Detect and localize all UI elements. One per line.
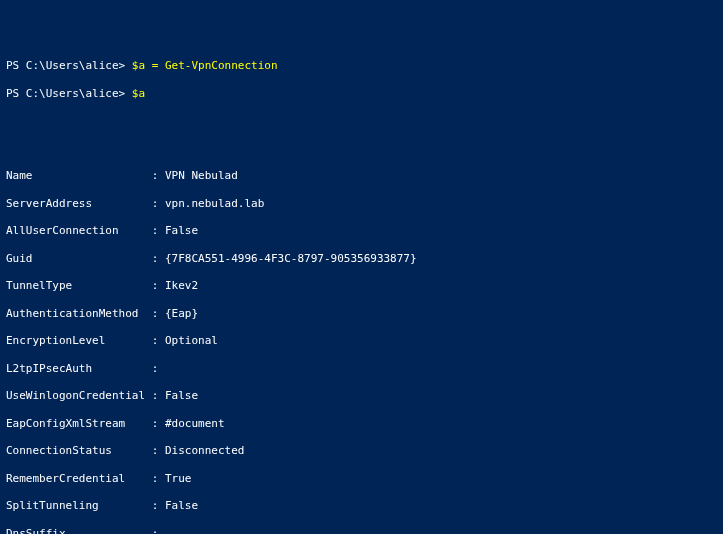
property-value: False bbox=[165, 499, 198, 512]
property-row: ConnectionStatus : Disconnected bbox=[6, 444, 717, 458]
property-key: SplitTunneling : bbox=[6, 499, 165, 512]
blank-line bbox=[6, 142, 717, 156]
property-key: Name : bbox=[6, 169, 165, 182]
property-row: RememberCredential : True bbox=[6, 472, 717, 486]
command-text: $a = Get-VpnConnection bbox=[132, 59, 278, 72]
property-key: ConnectionStatus : bbox=[6, 444, 165, 457]
prompt: PS C:\Users\alice> bbox=[6, 87, 132, 100]
prompt: PS C:\Users\alice> bbox=[6, 59, 132, 72]
property-key: EncryptionLevel : bbox=[6, 334, 165, 347]
property-row: ServerAddress : vpn.nebulad.lab bbox=[6, 197, 717, 211]
property-key: L2tpIPsecAuth : bbox=[6, 362, 165, 375]
property-value: False bbox=[165, 224, 198, 237]
property-key: UseWinlogonCredential : bbox=[6, 389, 165, 402]
property-value: Ikev2 bbox=[165, 279, 198, 292]
property-row: L2tpIPsecAuth : bbox=[6, 362, 717, 376]
command-line-2[interactable]: PS C:\Users\alice> $a bbox=[6, 87, 717, 101]
property-row: Guid : {7F8CA551-4996-4F3C-8797-90535693… bbox=[6, 252, 717, 266]
property-key: ServerAddress : bbox=[6, 197, 165, 210]
property-key: Guid : bbox=[6, 252, 165, 265]
property-key: DnsSuffix : bbox=[6, 527, 165, 535]
property-row: TunnelType : Ikev2 bbox=[6, 279, 717, 293]
property-key: AllUserConnection : bbox=[6, 224, 165, 237]
property-value: vpn.nebulad.lab bbox=[165, 197, 264, 210]
property-key: TunnelType : bbox=[6, 279, 165, 292]
property-row: AuthenticationMethod : {Eap} bbox=[6, 307, 717, 321]
command-line-1[interactable]: PS C:\Users\alice> $a = Get-VpnConnectio… bbox=[6, 59, 717, 73]
property-value: True bbox=[165, 472, 192, 485]
property-row: DnsSuffix : bbox=[6, 527, 717, 535]
property-value: {Eap} bbox=[165, 307, 198, 320]
property-key: EapConfigXmlStream : bbox=[6, 417, 165, 430]
property-key: AuthenticationMethod : bbox=[6, 307, 165, 320]
property-row: SplitTunneling : False bbox=[6, 499, 717, 513]
property-value: Disconnected bbox=[165, 444, 244, 457]
property-value: #document bbox=[165, 417, 225, 430]
property-value: Optional bbox=[165, 334, 218, 347]
property-row: UseWinlogonCredential : False bbox=[6, 389, 717, 403]
blank-line bbox=[6, 114, 717, 128]
property-row: EapConfigXmlStream : #document bbox=[6, 417, 717, 431]
command-text: $a bbox=[132, 87, 145, 100]
property-row: EncryptionLevel : Optional bbox=[6, 334, 717, 348]
property-value: False bbox=[165, 389, 198, 402]
property-value: {7F8CA551-4996-4F3C-8797-905356933877} bbox=[165, 252, 417, 265]
property-row: AllUserConnection : False bbox=[6, 224, 717, 238]
property-key: RememberCredential : bbox=[6, 472, 165, 485]
property-value: VPN Nebulad bbox=[165, 169, 238, 182]
property-row: Name : VPN Nebulad bbox=[6, 169, 717, 183]
